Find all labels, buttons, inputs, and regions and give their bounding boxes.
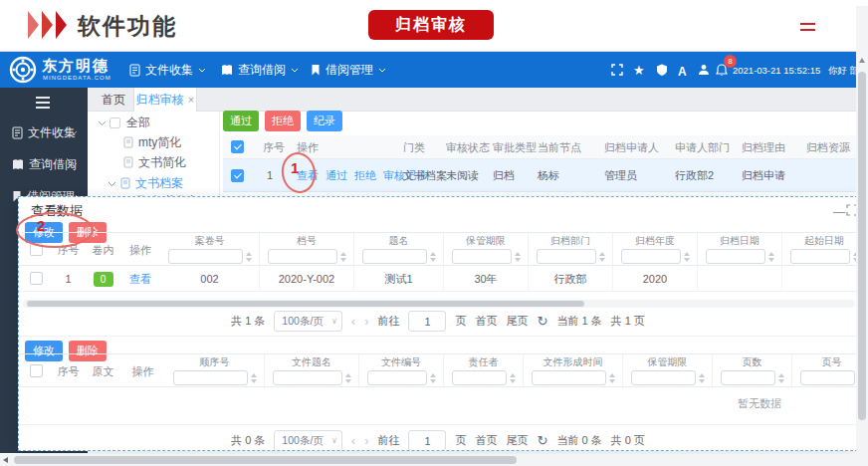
scroll-up-icon[interactable]	[859, 58, 865, 63]
sort-icon[interactable]	[684, 252, 690, 262]
goto-page-input[interactable]	[408, 311, 446, 332]
row-checkbox[interactable]	[30, 272, 43, 285]
scrollbar-thumb[interactable]	[14, 456, 517, 464]
inner-count-badge[interactable]: 0	[94, 272, 113, 287]
sort-icon[interactable]	[340, 252, 346, 262]
nav-item-file-collect[interactable]: 文件收集	[129, 52, 206, 88]
page: 软件功能 归档审核 东方明德 MINGDEDATA.COM 文件收集 查询借阅	[0, 0, 868, 466]
minimize-icon[interactable]: —	[833, 206, 845, 218]
last-page-link[interactable]: 尾页	[506, 314, 528, 329]
filter-input[interactable]	[800, 370, 855, 385]
filter-input[interactable]	[452, 370, 507, 385]
annotation-circle-2	[16, 212, 94, 248]
sort-icon[interactable]	[599, 252, 605, 262]
sort-icon[interactable]	[510, 373, 516, 383]
refresh-icon[interactable]: ↻	[537, 433, 547, 448]
scroll-left-icon[interactable]	[3, 457, 8, 463]
current-info: 当前 1 条	[556, 314, 601, 329]
book-icon	[221, 64, 233, 76]
filter-label: 归档年度	[613, 235, 697, 247]
filter-input[interactable]	[273, 370, 342, 385]
filter-input[interactable]	[790, 249, 850, 264]
sort-icon[interactable]	[246, 252, 252, 262]
fullscreen-icon[interactable]	[611, 64, 623, 76]
filter-input[interactable]	[631, 370, 696, 385]
page-size-select[interactable]: 100条/页 ∨	[274, 430, 341, 451]
filter-label: 档号	[260, 235, 353, 247]
font-size-icon[interactable]: A	[678, 65, 687, 79]
filter-input[interactable]	[452, 249, 512, 264]
filter-input[interactable]	[706, 249, 765, 264]
cell-seq: 1	[267, 159, 273, 192]
filter-input[interactable]	[721, 370, 775, 385]
collapse-menu-icon[interactable]	[36, 97, 50, 112]
sort-icon[interactable]	[251, 373, 257, 383]
sidebar-item-label: 文件收集	[28, 124, 76, 141]
sort-icon[interactable]	[699, 373, 705, 383]
datetime-and-greeting: 2021-03-21 15:52:15 你好 部门负责人	[733, 65, 858, 78]
sort-icon[interactable]	[430, 373, 436, 383]
sort-icon[interactable]	[515, 252, 521, 262]
nav-item-borrow-manage[interactable]: 借阅管理	[311, 52, 386, 88]
filter-input[interactable]	[532, 370, 606, 385]
reject-button[interactable]: 拒绝	[265, 111, 301, 131]
user-icon[interactable]	[698, 64, 710, 76]
tree-node-root[interactable]: 全部	[126, 115, 150, 131]
tree-node[interactable]: mty简化	[138, 134, 181, 151]
goto-page-input[interactable]	[408, 430, 446, 451]
shield-icon[interactable]	[656, 64, 668, 76]
filter-label: 保管期限	[623, 356, 712, 368]
datetime-text: 2021-03-21 15:52:15	[733, 65, 820, 76]
sort-icon[interactable]	[778, 373, 784, 383]
tree-expand-icon[interactable]	[98, 120, 107, 126]
next-page-icon[interactable]: ›	[364, 434, 368, 447]
nav-item-query-borrow[interactable]: 查询借阅	[221, 52, 299, 88]
first-page-link[interactable]: 首页	[475, 314, 497, 329]
scrollbar-thumb[interactable]	[27, 301, 584, 307]
filter-input[interactable]	[173, 370, 248, 385]
filter-input[interactable]	[367, 370, 427, 385]
review-table-row[interactable]: 1 查看 通过 拒绝 审核记录 文书档案 未阅读 归档 杨标 管理员 行政部2 …	[223, 159, 856, 192]
volume-table-row[interactable]: 1 0 查看 002 2020-Y-002 测试1 30年 行政部 2020	[19, 266, 857, 292]
scrollbar-thumb[interactable]	[858, 72, 866, 420]
last-page-link[interactable]: 尾页	[506, 433, 528, 448]
close-icon[interactable]: ×	[188, 88, 194, 112]
sidebar-item-query-borrow[interactable]: 查询借阅	[0, 149, 88, 179]
next-page-icon[interactable]: ›	[364, 315, 368, 328]
filter-input[interactable]	[168, 249, 243, 264]
prev-page-icon[interactable]: ‹	[351, 434, 355, 447]
tab-label: 归档审核	[136, 88, 184, 112]
approve-button[interactable]: 通过	[223, 111, 259, 131]
select-all-checkbox[interactable]	[30, 364, 43, 377]
record-button[interactable]: 纪录	[307, 111, 342, 131]
tab-home[interactable]: 首页	[94, 88, 133, 112]
select-all-checkbox[interactable]	[231, 140, 244, 153]
tree-expand-icon[interactable]	[108, 181, 116, 187]
star-icon[interactable]: ★	[633, 63, 645, 78]
file-icon	[120, 177, 130, 189]
view-link[interactable]: 查看	[120, 266, 160, 292]
col-status: 审核状态	[446, 135, 490, 159]
filter-input[interactable]	[537, 249, 596, 264]
filter-input[interactable]	[362, 249, 427, 264]
tab-archive-review[interactable]: 归档审核 ×	[133, 88, 197, 112]
sidebar-item-file-collect[interactable]: 文件收集	[0, 117, 88, 147]
prev-page-icon[interactable]: ‹	[351, 315, 355, 328]
menu-icon[interactable]	[800, 23, 815, 35]
filter-input[interactable]	[621, 249, 681, 264]
row-checkbox[interactable]	[231, 169, 244, 182]
tree-checkbox[interactable]	[109, 117, 120, 128]
filter-input[interactable]	[268, 249, 337, 264]
refresh-icon[interactable]: ↻	[537, 314, 547, 329]
page-size-select[interactable]: 100条/页 ∨	[274, 311, 341, 332]
sort-icon[interactable]	[768, 252, 774, 262]
reject-link[interactable]: 拒绝	[354, 159, 376, 192]
sort-icon[interactable]	[430, 252, 436, 262]
approve-link[interactable]: 通过	[326, 159, 347, 192]
sort-icon[interactable]	[345, 373, 351, 383]
sort-icon[interactable]	[609, 373, 615, 383]
tree-node-selected[interactable]: 文书档案	[135, 175, 183, 192]
feature-badge: 归档审核	[368, 10, 494, 40]
first-page-link[interactable]: 首页	[475, 433, 497, 448]
tree-node[interactable]: 文书简化	[138, 154, 186, 171]
